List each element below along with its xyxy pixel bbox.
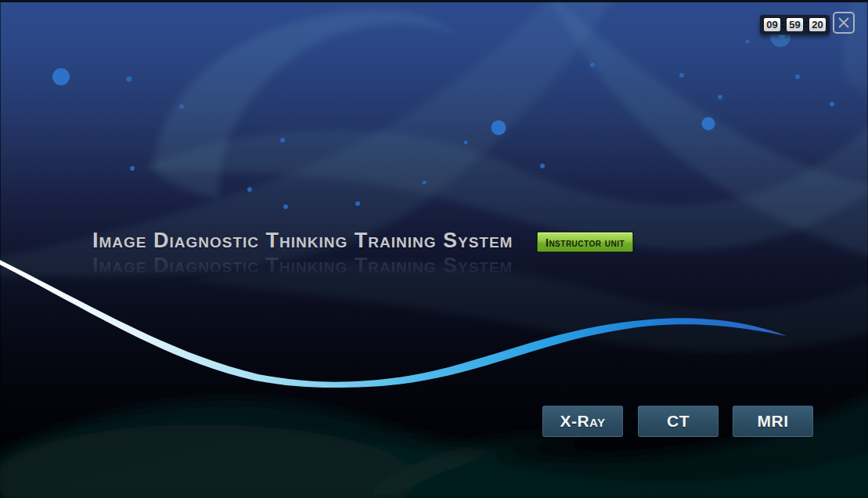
clock-display: 09 : 59 : 20 (760, 15, 830, 34)
clock-colon: : (805, 18, 808, 31)
mri-button[interactable]: MRI (733, 406, 813, 437)
clock-colon: : (782, 18, 785, 31)
window-top-edge (0, 0, 868, 2)
wave-ribbons-top (0, 0, 868, 352)
instructor-home-screen: 09 : 59 : 20 Image Diagnostic Thinking T… (0, 0, 868, 498)
page-title-reflection: Image Diagnostic Thinking Training Syste… (92, 254, 513, 278)
clock-minutes: 59 (786, 17, 804, 32)
xray-button[interactable]: X-Ray (542, 406, 623, 437)
clock-hours: 09 (763, 17, 781, 32)
clock-seconds: 20 (809, 17, 827, 32)
instructor-unit-badge: Instructor unit (537, 232, 633, 252)
close-button[interactable] (833, 12, 855, 34)
ct-button[interactable]: CT (638, 406, 719, 437)
close-icon (837, 16, 850, 29)
page-title: Image Diagnostic Thinking Training Syste… (92, 229, 513, 253)
